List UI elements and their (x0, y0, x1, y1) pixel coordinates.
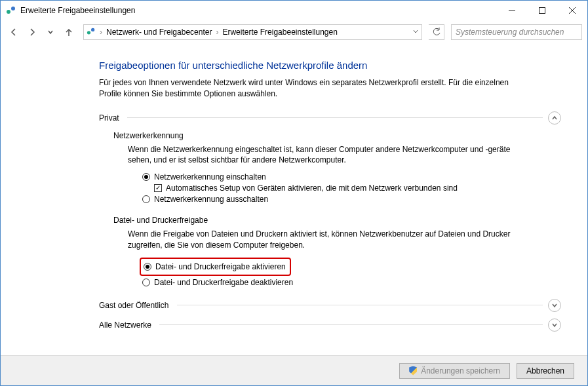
svg-point-7 (87, 31, 90, 34)
content-area: Freigabeoptionen für unterschiedliche Ne… (1, 44, 587, 355)
back-button[interactable] (6, 24, 22, 40)
profile-label: Gast oder Öffentlich (99, 301, 169, 310)
radio-icon (142, 279, 150, 286)
highlight-box: Datei- und Druckerfreigabe aktivieren (140, 258, 291, 276)
addressbar[interactable]: › Netzwerk- und Freigabecenter › Erweite… (83, 24, 422, 40)
page-title: Freigabeoptionen für unterschiedliche Ne… (99, 60, 561, 71)
recent-dropdown[interactable] (43, 24, 58, 40)
chevron-down-icon[interactable] (548, 318, 561, 332)
profile-label: Privat (99, 113, 119, 123)
radio-label: Netzwerkerkennung ausschalten (154, 195, 268, 204)
section-heading-sharing: Datei- und Druckerfreigabe (113, 216, 561, 225)
divider (159, 324, 543, 325)
button-label: Abbrechen (526, 366, 564, 376)
radio-discovery-on[interactable]: Netzwerkerkennung einschalten (142, 172, 561, 182)
section-desc: Wenn die Freigabe von Dateien und Drucke… (128, 229, 521, 251)
breadcrumb-item[interactable]: Erweiterte Freigabeeinstellungen (222, 28, 337, 37)
svg-point-1 (11, 7, 15, 10)
chevron-down-icon[interactable] (548, 299, 561, 312)
checkbox-icon: ✓ (154, 184, 162, 192)
network-center-icon (6, 5, 16, 16)
radio-icon (142, 195, 150, 203)
titlebar: Erweiterte Freigabeeinstellungen (1, 1, 587, 20)
section-desc: Wenn die Netzwerkerkennung eingeschaltet… (128, 144, 521, 166)
chevron-right-icon: › (100, 28, 102, 37)
checkbox-label: Automatisches Setup von Geräten aktivier… (166, 183, 458, 193)
profile-header-privat[interactable]: Privat (99, 111, 561, 125)
refresh-button[interactable] (429, 24, 444, 40)
profile-header-all[interactable]: Alle Netzwerke (99, 318, 561, 332)
radio-label: Datei- und Druckerfreigabe deaktivieren (154, 278, 293, 287)
section-heading-discovery: Netzwerkerkennung (113, 131, 561, 140)
chevron-down-icon[interactable] (412, 28, 419, 37)
footer: Änderungen speichern Abbrechen (1, 355, 587, 385)
radio-label: Datei- und Druckerfreigabe aktivieren (155, 262, 286, 271)
profile-body-privat: Netzwerkerkennung Wenn die Netzwerkerken… (99, 131, 561, 287)
radio-sharing-off[interactable]: Datei- und Druckerfreigabe deaktivieren (142, 278, 561, 287)
window-title: Erweiterte Freigabeeinstellungen (20, 6, 497, 15)
chevron-right-icon: › (216, 28, 218, 37)
forward-button[interactable] (24, 24, 40, 40)
checkbox-auto-setup[interactable]: ✓ Automatisches Setup von Geräten aktivi… (154, 183, 561, 193)
svg-point-0 (7, 10, 10, 14)
minimize-button[interactable] (497, 1, 527, 20)
window-controls (497, 1, 587, 20)
network-center-icon (87, 27, 96, 38)
save-button[interactable]: Änderungen speichern (399, 363, 510, 379)
profile-header-guest[interactable]: Gast oder Öffentlich (99, 299, 561, 312)
breadcrumb-item[interactable]: Netzwerk- und Freigabecenter (106, 28, 212, 37)
up-button[interactable] (61, 24, 77, 40)
button-label: Änderungen speichern (421, 366, 500, 376)
radio-icon (144, 263, 151, 271)
page-description: Für jedes von Ihnen verwendete Netzwerk … (99, 77, 519, 100)
chevron-up-icon[interactable] (548, 111, 561, 125)
maximize-button[interactable] (527, 1, 557, 20)
svg-point-8 (91, 28, 94, 31)
profile-label: Alle Netzwerke (99, 320, 151, 330)
divider (127, 117, 543, 118)
shield-icon (409, 366, 417, 376)
divider (177, 305, 543, 305)
radio-discovery-off[interactable]: Netzwerkerkennung ausschalten (142, 195, 561, 204)
radio-icon (142, 173, 150, 181)
navbar: › Netzwerk- und Freigabecenter › Erweite… (1, 20, 587, 44)
search-input[interactable]: Systemsteuerung durchsuchen (451, 24, 582, 40)
close-button[interactable] (557, 1, 587, 20)
radio-label: Netzwerkerkennung einschalten (154, 172, 266, 182)
svg-rect-3 (539, 8, 545, 14)
cancel-button[interactable]: Abbrechen (517, 363, 574, 379)
radio-sharing-on[interactable]: Datei- und Druckerfreigabe aktivieren (144, 262, 286, 271)
